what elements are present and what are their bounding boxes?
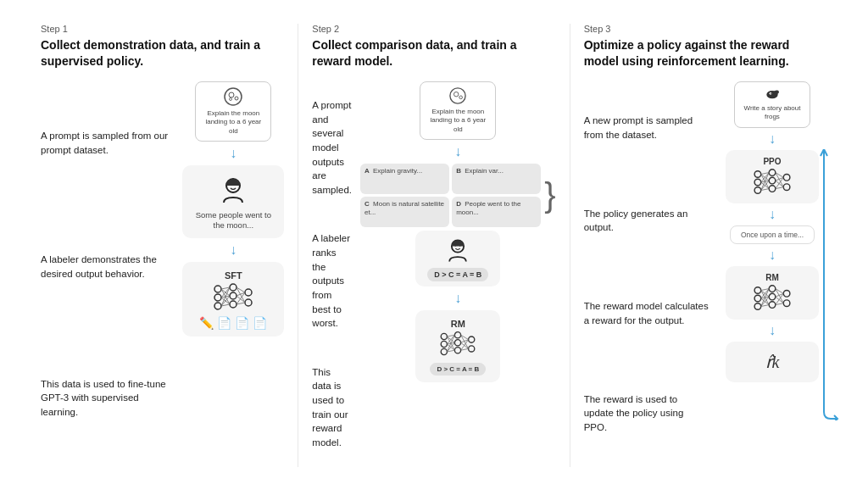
step-1-sft-card: SFT xyxy=(182,262,284,337)
main-container: Step 1 Collect demonstration data, and t… xyxy=(0,0,868,484)
output-a: A Explain gravity... xyxy=(360,164,449,194)
step-1-arrow-1: ↓ xyxy=(230,147,236,160)
step2-labeler-icon xyxy=(443,236,472,264)
step-2-label: Step 2 xyxy=(312,24,555,34)
step-2-text-2: A labeler ranks the outputs from best to… xyxy=(312,231,352,331)
step-1-text-1: A prompt is sampled from our prompt data… xyxy=(41,129,174,157)
svg-point-90 xyxy=(769,293,776,300)
step-2-ranking: D > C = A = B xyxy=(427,268,488,281)
step-2-text-3: This data is used to train our reward mo… xyxy=(312,365,352,450)
step-3-ppo-label: PPO xyxy=(763,157,781,166)
step-2-texts: A prompt and several model outputs are s… xyxy=(312,81,352,467)
step-2-labeler-card: D > C = A = B xyxy=(415,231,500,287)
sft-neural-net-icon xyxy=(211,281,255,314)
svg-point-86 xyxy=(754,287,761,293)
svg-line-83 xyxy=(776,181,784,187)
svg-point-43 xyxy=(469,346,475,352)
step-3-arrow-3: ↓ xyxy=(769,248,776,262)
svg-point-41 xyxy=(455,348,461,353)
step-3-output-text: Once upon a time... xyxy=(741,231,804,239)
step-2-prompt-text: Explain the moon landing to a 6 year old xyxy=(427,108,488,134)
step-1-column: Step 1 Collect demonstration data, and t… xyxy=(27,24,298,467)
svg-point-66 xyxy=(769,169,776,175)
svg-point-12 xyxy=(230,301,236,308)
step-2-ranking2: D > C = A = B xyxy=(430,363,486,376)
step-2-column: Step 2 Collect comparison data, and trai… xyxy=(298,24,570,467)
step-1-model-label: SFT xyxy=(225,270,242,281)
step-1-label: Step 1 xyxy=(41,24,284,34)
doc3-icon: 📄 xyxy=(253,316,267,330)
svg-point-31 xyxy=(454,92,459,96)
step-3-output-card: Once upon a time... xyxy=(730,225,815,244)
svg-point-10 xyxy=(230,284,236,291)
svg-point-7 xyxy=(214,286,221,292)
step-3-title: Optimize a policy against the reward mod… xyxy=(584,37,827,70)
svg-point-8 xyxy=(214,294,221,301)
svg-point-62 xyxy=(771,92,771,93)
ppo-neural-net-icon xyxy=(751,166,793,198)
step-2-outputs-grid: A Explain gravity... B Explain var... C … xyxy=(360,164,541,227)
step-1-prompt-card: Explain the moon landing to a 6 year old xyxy=(195,81,271,142)
step-1-labeler-card: Some people went to the moon... xyxy=(182,165,284,238)
svg-point-89 xyxy=(769,285,776,292)
step-2-outputs-section: A Explain gravity... B Explain var... C … xyxy=(360,164,556,227)
svg-line-106 xyxy=(776,297,784,303)
step-2-rm-card: RM xyxy=(415,310,500,382)
output-d: D People went to the moon... xyxy=(452,197,541,227)
svg-point-14 xyxy=(245,299,252,306)
step-3-arrow-4: ↓ xyxy=(769,324,776,337)
step-1-text-3: This data is used to fine-tune GPT-3 wit… xyxy=(41,377,174,420)
step-3-label: Step 3 xyxy=(584,24,827,34)
step-3-rm-label: RM xyxy=(765,273,779,282)
step-3-arrow-2: ↓ xyxy=(769,208,776,221)
svg-point-36 xyxy=(442,333,448,339)
step-3-text-1: A new prompt is sampled from the dataset… xyxy=(584,114,709,142)
svg-point-68 xyxy=(769,185,776,192)
moon-icon xyxy=(224,87,242,106)
svg-point-88 xyxy=(754,303,761,309)
labeler-person-icon xyxy=(217,174,249,206)
svg-point-64 xyxy=(754,179,761,186)
step-1-prompt-text: Explain the moon landing to a 6 year old xyxy=(203,109,264,136)
pencil-icon: ✏️ xyxy=(199,316,214,330)
step-2-prompt-card: Explain the moon landing to a 6 year old xyxy=(420,81,496,140)
svg-point-69 xyxy=(783,174,790,181)
svg-point-63 xyxy=(754,170,761,177)
doc1-icon: 📄 xyxy=(217,316,231,330)
brace-icon: } xyxy=(544,178,555,212)
svg-point-9 xyxy=(214,303,221,309)
svg-point-11 xyxy=(230,292,236,299)
svg-point-1 xyxy=(229,92,234,97)
step-3-content: A new prompt is sampled from the dataset… xyxy=(584,81,827,467)
step-3-arrow-1: ↓ xyxy=(769,132,776,146)
step-3-prompt-card: Write a story about frogs xyxy=(734,81,810,128)
rm-neural-net-icon xyxy=(437,329,478,359)
step-3-ppo-card: PPO xyxy=(726,150,819,203)
svg-point-65 xyxy=(754,186,761,193)
step-1-title: Collect demonstration data, and train a … xyxy=(41,37,284,70)
svg-line-56 xyxy=(461,342,469,348)
step-1-diagrams: Explain the moon landing to a 6 year old… xyxy=(182,81,284,467)
step-2-title: Collect comparison data, and train a rew… xyxy=(312,37,555,70)
svg-point-70 xyxy=(783,183,790,190)
svg-point-13 xyxy=(245,289,252,296)
svg-point-67 xyxy=(769,177,776,184)
step-2-diagrams: Explain the moon landing to a 6 year old… xyxy=(360,81,556,467)
step2-moon-icon xyxy=(449,87,466,104)
step-3-text-2: The policy generates an output. xyxy=(584,207,709,235)
output-c: C Moon is natural satellite et... xyxy=(360,197,449,227)
svg-point-40 xyxy=(455,340,461,346)
step-1-texts: A prompt is sampled from our prompt data… xyxy=(41,81,174,467)
feedback-loop-arrow xyxy=(817,149,843,420)
step-3-column: Step 3 Optimize a policy against the rew… xyxy=(570,24,841,467)
step-2-arrow-1: ↓ xyxy=(454,145,461,159)
step-2-arrow-2: ↓ xyxy=(454,292,461,305)
bird-icon xyxy=(764,87,781,101)
svg-point-38 xyxy=(442,348,448,354)
svg-point-37 xyxy=(442,341,448,347)
svg-point-3 xyxy=(230,97,232,100)
step-1-output-label: Some people went to the moon... xyxy=(191,210,275,231)
step-3-text-3: The reward model calculates a reward for… xyxy=(584,299,709,327)
doc2-icon: 📄 xyxy=(235,316,249,330)
step-3-prompt-text: Write a story about frogs xyxy=(742,104,803,122)
